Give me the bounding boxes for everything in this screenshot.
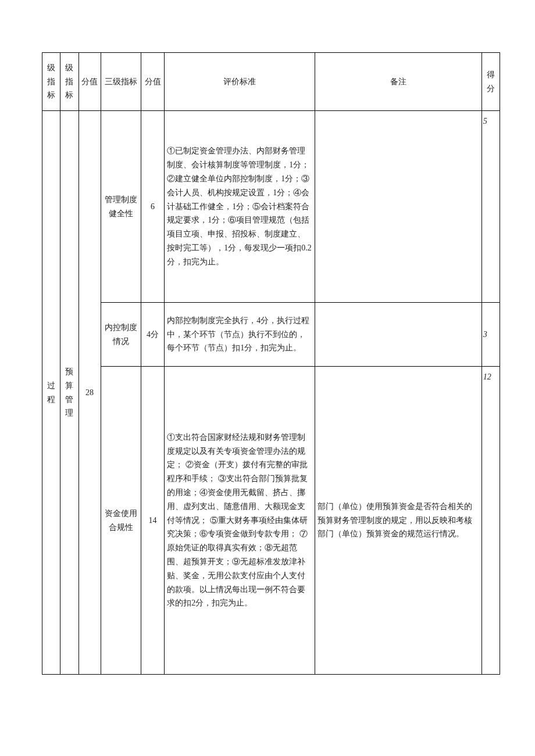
header-col-2: 级指标 xyxy=(60,53,79,111)
criteria-text: ①支出符合国家财经法规和财务管理制度规定以及有关专项资金管理办法的规定； ②资金… xyxy=(165,367,315,675)
table-row: 过程 预算管理 28 管理制度健全性 6 ①已制定资金管理办法、内部财务管理制度… xyxy=(42,111,500,303)
evaluation-table: 级指标 级指标 分值 三级指标 分值 评价标准 备注 得分 过程 预算管理 28… xyxy=(42,52,500,675)
header-col-1: 级指标 xyxy=(42,53,60,111)
level2-score: 28 xyxy=(79,111,101,675)
header-col-4: 三级指标 xyxy=(101,53,141,111)
header-col-6: 评价标准 xyxy=(165,53,315,111)
header-col-7: 备注 xyxy=(315,53,482,111)
level3-indicator: 资金使用合规性 xyxy=(101,367,141,675)
level3-score: 14 xyxy=(141,367,164,675)
level3-score: 6 xyxy=(141,111,164,303)
remark-text: 部门（单位）使用预算资金是否符合相关的预算财务管理制度的规定，用以反映和考核部门… xyxy=(315,367,482,675)
score-obtained: 3 xyxy=(482,303,500,367)
header-col-8: 得分 xyxy=(482,53,500,111)
level3-score: 4分 xyxy=(141,303,164,367)
table-row: 资金使用合规性 14 ①支出符合国家财经法规和财务管理制度规定以及有关专项资金管… xyxy=(42,367,500,675)
remark-text xyxy=(315,303,482,367)
score-obtained: 12 xyxy=(482,367,500,675)
level3-indicator: 管理制度健全性 xyxy=(101,111,141,303)
criteria-text: 内部控制制度完全执行，4分，执行过程中，某个环节（节点）执行不到位的，每个环节（… xyxy=(165,303,315,367)
level2-indicator: 预算管理 xyxy=(60,111,79,675)
level1-indicator: 过程 xyxy=(42,111,60,675)
criteria-text: ①已制定资金管理办法、内部财务管理制度、会计核算制度等管理制度，1分； ②建立健… xyxy=(165,111,315,303)
table-header-row: 级指标 级指标 分值 三级指标 分值 评价标准 备注 得分 xyxy=(42,53,500,111)
remark-text xyxy=(315,111,482,303)
table-row: 内控制度情况 4分 内部控制制度完全执行，4分，执行过程中，某个环节（节点）执行… xyxy=(42,303,500,367)
header-col-5: 分值 xyxy=(141,53,164,111)
score-obtained: 5 xyxy=(482,111,500,303)
header-col-3: 分值 xyxy=(79,53,101,111)
level3-indicator: 内控制度情况 xyxy=(101,303,141,367)
